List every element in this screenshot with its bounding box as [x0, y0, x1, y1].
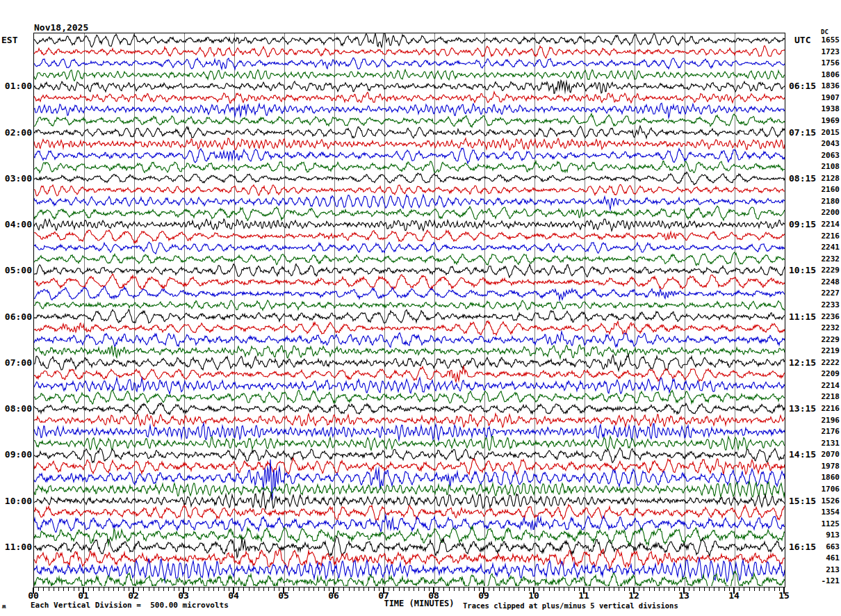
- dc-value: 2229: [815, 335, 840, 344]
- x-tick-label: 15: [770, 590, 798, 601]
- dc-value: 2233: [815, 300, 840, 309]
- dc-value: 2232: [815, 323, 840, 332]
- est-time-label: 04:00: [0, 219, 32, 229]
- x-tick-label: 00: [19, 590, 47, 601]
- dc-value: 2160: [815, 185, 840, 194]
- x-tick-label: 01: [70, 590, 97, 601]
- right-axis-header: UTC: [794, 35, 810, 45]
- est-time-label: 05:00: [0, 265, 32, 275]
- dc-value: 1125: [815, 519, 840, 528]
- dc-value: 1907: [815, 93, 840, 102]
- x-minor-tick: [309, 587, 309, 591]
- dc-value: 1756: [815, 58, 840, 67]
- x-tick-label: 11: [570, 590, 598, 601]
- dc-value: 2241: [815, 243, 840, 252]
- scale-note: Each Vertical Division = 500.00 microvol…: [31, 601, 229, 610]
- x-minor-tick: [714, 587, 715, 591]
- x-minor-tick: [63, 587, 64, 591]
- x-minor-tick: [259, 587, 259, 591]
- x-minor-tick: [364, 587, 364, 591]
- dc-value: 2222: [815, 358, 840, 367]
- seismic-trace-canvas: [34, 33, 785, 586]
- x-minor-tick: [414, 587, 414, 591]
- dc-value: 1836: [815, 81, 840, 90]
- x-minor-tick: [609, 587, 610, 591]
- x-minor-tick: [649, 587, 650, 591]
- x-minor-tick: [499, 587, 500, 591]
- x-minor-tick: [399, 587, 400, 591]
- x-minor-tick: [249, 587, 250, 591]
- dc-value: 663: [815, 542, 840, 551]
- x-minor-tick: [564, 587, 564, 591]
- dc-value: 2229: [815, 266, 840, 275]
- x-minor-tick: [659, 587, 660, 591]
- dc-value: 2214: [815, 381, 840, 390]
- x-minor-tick: [154, 587, 154, 591]
- x-minor-tick: [199, 587, 199, 591]
- x-minor-tick: [459, 587, 459, 591]
- dc-value: 2216: [815, 232, 840, 241]
- x-axis-title: TIME (MINUTES): [384, 599, 454, 608]
- est-time-label: 01:00: [0, 81, 32, 91]
- dc-value: 2209: [815, 369, 840, 378]
- x-minor-tick: [464, 587, 464, 591]
- est-time-label: 06:00: [0, 311, 32, 322]
- x-minor-tick: [299, 587, 300, 591]
- dc-value: 1723: [815, 47, 840, 56]
- x-minor-tick: [599, 587, 600, 591]
- x-minor-tick: [263, 587, 264, 591]
- x-minor-tick: [654, 587, 655, 591]
- title-date: Nov18,2025: [34, 23, 138, 33]
- dc-value: 2219: [815, 346, 840, 355]
- x-minor-tick: [749, 587, 750, 591]
- dc-value: 2214: [815, 220, 840, 229]
- dc-value: -121: [815, 576, 840, 585]
- dc-value: 213: [815, 565, 840, 574]
- dc-value: 1969: [815, 116, 840, 125]
- x-minor-tick: [113, 587, 114, 591]
- dc-value: 913: [815, 530, 840, 540]
- x-minor-tick: [709, 587, 710, 591]
- x-minor-tick: [359, 587, 359, 591]
- x-minor-tick: [349, 587, 350, 591]
- est-time-label: 09:00: [0, 449, 32, 460]
- dc-value: 2180: [815, 197, 840, 206]
- x-minor-tick: [204, 587, 204, 591]
- x-minor-tick: [404, 587, 405, 591]
- x-tick-label: 04: [220, 590, 247, 601]
- dc-value: 2200: [815, 208, 840, 217]
- x-minor-tick: [209, 587, 209, 591]
- x-tick-label: 06: [320, 590, 348, 601]
- dc-value: 1806: [815, 70, 840, 79]
- dc-value: 1655: [815, 35, 840, 44]
- x-minor-tick: [549, 587, 550, 591]
- x-minor-tick: [514, 587, 514, 591]
- dc-value: 461: [815, 553, 840, 562]
- dc-value: 2227: [815, 289, 840, 298]
- dc-column-header: DC: [821, 29, 828, 35]
- dc-value: 2176: [815, 427, 840, 436]
- est-time-label: 08:00: [0, 403, 32, 414]
- x-minor-tick: [304, 587, 304, 591]
- est-time-label: 07:00: [0, 357, 32, 368]
- x-minor-tick: [454, 587, 455, 591]
- x-minor-tick: [49, 587, 49, 591]
- x-minor-tick: [104, 587, 104, 591]
- x-minor-tick: [604, 587, 605, 591]
- x-minor-tick: [213, 587, 214, 591]
- x-minor-tick: [108, 587, 109, 591]
- dc-value: 2196: [815, 416, 840, 425]
- x-tick-label: 09: [470, 590, 498, 601]
- est-time-label: 02:00: [0, 127, 32, 138]
- x-tick-label: 14: [720, 590, 748, 601]
- est-time-label: 10:00: [0, 496, 32, 506]
- x-minor-tick: [158, 587, 159, 591]
- dc-value: 2063: [815, 151, 840, 160]
- x-tick-label: 10: [520, 590, 548, 601]
- dc-value: 2043: [815, 139, 840, 148]
- x-minor-tick: [149, 587, 149, 591]
- x-minor-tick: [99, 587, 99, 591]
- x-minor-tick: [449, 587, 450, 591]
- dc-value: 1526: [815, 496, 840, 505]
- corner-squiggle-mark: ʍ: [2, 603, 6, 610]
